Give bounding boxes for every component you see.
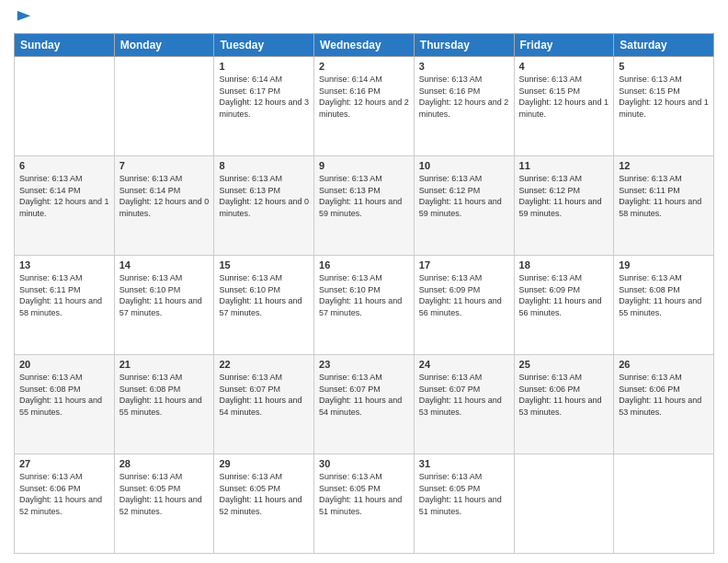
day-number: 9 [319, 160, 409, 171]
day-info: Sunrise: 6:13 AM Sunset: 6:05 PM Dayligh… [219, 471, 309, 517]
day-info: Sunrise: 6:14 AM Sunset: 6:17 PM Dayligh… [219, 74, 309, 120]
calendar-cell: 28Sunrise: 6:13 AM Sunset: 6:05 PM Dayli… [114, 454, 214, 554]
calendar-cell: 10Sunrise: 6:13 AM Sunset: 6:12 PM Dayli… [414, 156, 514, 256]
day-number: 31 [419, 458, 509, 469]
day-number: 11 [519, 160, 609, 171]
logo-flag-icon [16, 9, 32, 26]
day-info: Sunrise: 6:13 AM Sunset: 6:14 PM Dayligh… [119, 173, 210, 219]
day-number: 24 [419, 359, 509, 370]
day-header-sunday: Sunday [15, 34, 115, 57]
day-info: Sunrise: 6:13 AM Sunset: 6:07 PM Dayligh… [219, 372, 309, 418]
calendar-cell: 7Sunrise: 6:13 AM Sunset: 6:14 PM Daylig… [114, 156, 214, 256]
calendar-cell: 9Sunrise: 6:13 AM Sunset: 6:13 PM Daylig… [314, 156, 415, 256]
header [14, 9, 714, 26]
day-number: 16 [319, 259, 409, 270]
day-header-saturday: Saturday [614, 34, 714, 57]
day-number: 23 [319, 359, 409, 370]
day-info: Sunrise: 6:13 AM Sunset: 6:06 PM Dayligh… [619, 372, 709, 418]
day-header-thursday: Thursday [414, 34, 514, 57]
calendar-cell: 6Sunrise: 6:13 AM Sunset: 6:14 PM Daylig… [15, 156, 115, 256]
day-number: 4 [519, 61, 609, 72]
week-row-3: 20Sunrise: 6:13 AM Sunset: 6:08 PM Dayli… [15, 355, 714, 454]
day-info: Sunrise: 6:13 AM Sunset: 6:14 PM Dayligh… [19, 173, 109, 219]
calendar-cell [15, 57, 115, 156]
day-number: 12 [619, 160, 709, 171]
calendar-cell: 14Sunrise: 6:13 AM Sunset: 6:10 PM Dayli… [114, 256, 214, 355]
calendar-cell: 1Sunrise: 6:14 AM Sunset: 6:17 PM Daylig… [214, 57, 314, 156]
day-info: Sunrise: 6:13 AM Sunset: 6:11 PM Dayligh… [19, 272, 109, 318]
calendar-cell: 20Sunrise: 6:13 AM Sunset: 6:08 PM Dayli… [15, 355, 115, 454]
logo [14, 9, 32, 26]
logo-text [14, 9, 32, 26]
day-number: 3 [419, 61, 509, 72]
day-number: 25 [519, 359, 609, 370]
day-number: 30 [319, 458, 409, 469]
week-row-0: 1Sunrise: 6:14 AM Sunset: 6:17 PM Daylig… [15, 57, 714, 156]
calendar-cell: 21Sunrise: 6:13 AM Sunset: 6:08 PM Dayli… [114, 355, 214, 454]
day-header-wednesday: Wednesday [314, 34, 415, 57]
day-number: 8 [219, 160, 309, 171]
day-info: Sunrise: 6:13 AM Sunset: 6:12 PM Dayligh… [419, 173, 509, 219]
day-header-monday: Monday [114, 34, 214, 57]
calendar-cell: 13Sunrise: 6:13 AM Sunset: 6:11 PM Dayli… [15, 256, 115, 355]
calendar-cell: 12Sunrise: 6:13 AM Sunset: 6:11 PM Dayli… [614, 156, 714, 256]
day-number: 26 [619, 359, 709, 370]
day-info: Sunrise: 6:13 AM Sunset: 6:08 PM Dayligh… [19, 372, 109, 418]
week-row-1: 6Sunrise: 6:13 AM Sunset: 6:14 PM Daylig… [15, 156, 714, 256]
calendar-cell: 3Sunrise: 6:13 AM Sunset: 6:16 PM Daylig… [414, 57, 514, 156]
day-info: Sunrise: 6:13 AM Sunset: 6:13 PM Dayligh… [219, 173, 309, 219]
calendar-cell: 31Sunrise: 6:13 AM Sunset: 6:05 PM Dayli… [414, 454, 514, 554]
day-info: Sunrise: 6:13 AM Sunset: 6:05 PM Dayligh… [419, 471, 509, 517]
calendar-cell: 30Sunrise: 6:13 AM Sunset: 6:05 PM Dayli… [314, 454, 415, 554]
calendar-cell: 22Sunrise: 6:13 AM Sunset: 6:07 PM Dayli… [214, 355, 314, 454]
day-info: Sunrise: 6:13 AM Sunset: 6:05 PM Dayligh… [119, 471, 210, 517]
day-info: Sunrise: 6:13 AM Sunset: 6:12 PM Dayligh… [519, 173, 609, 219]
day-number: 22 [219, 359, 309, 370]
calendar-cell: 23Sunrise: 6:13 AM Sunset: 6:07 PM Dayli… [314, 355, 415, 454]
day-number: 10 [419, 160, 509, 171]
day-number: 1 [219, 61, 309, 72]
svg-marker-0 [17, 11, 30, 21]
day-info: Sunrise: 6:13 AM Sunset: 6:15 PM Dayligh… [519, 74, 609, 120]
day-number: 5 [619, 61, 709, 72]
day-number: 19 [619, 259, 709, 270]
calendar-cell: 15Sunrise: 6:13 AM Sunset: 6:10 PM Dayli… [214, 256, 314, 355]
day-info: Sunrise: 6:13 AM Sunset: 6:10 PM Dayligh… [319, 272, 409, 318]
calendar-cell: 19Sunrise: 6:13 AM Sunset: 6:08 PM Dayli… [614, 256, 714, 355]
day-header-friday: Friday [514, 34, 614, 57]
day-number: 28 [119, 458, 210, 469]
day-info: Sunrise: 6:13 AM Sunset: 6:06 PM Dayligh… [519, 372, 609, 418]
day-number: 7 [119, 160, 210, 171]
calendar-cell: 27Sunrise: 6:13 AM Sunset: 6:06 PM Dayli… [15, 454, 115, 554]
calendar-cell: 5Sunrise: 6:13 AM Sunset: 6:15 PM Daylig… [614, 57, 714, 156]
day-info: Sunrise: 6:13 AM Sunset: 6:13 PM Dayligh… [319, 173, 409, 219]
calendar-cell: 11Sunrise: 6:13 AM Sunset: 6:12 PM Dayli… [514, 156, 614, 256]
calendar-cell: 2Sunrise: 6:14 AM Sunset: 6:16 PM Daylig… [314, 57, 415, 156]
day-number: 17 [419, 259, 509, 270]
calendar-cell: 16Sunrise: 6:13 AM Sunset: 6:10 PM Dayli… [314, 256, 415, 355]
day-number: 20 [19, 359, 109, 370]
day-number: 15 [219, 259, 309, 270]
day-info: Sunrise: 6:13 AM Sunset: 6:08 PM Dayligh… [619, 272, 709, 318]
calendar-cell: 18Sunrise: 6:13 AM Sunset: 6:09 PM Dayli… [514, 256, 614, 355]
day-number: 27 [19, 458, 109, 469]
day-info: Sunrise: 6:13 AM Sunset: 6:10 PM Dayligh… [119, 272, 210, 318]
calendar-header-row: SundayMondayTuesdayWednesdayThursdayFrid… [15, 34, 714, 57]
calendar: SundayMondayTuesdayWednesdayThursdayFrid… [14, 33, 714, 554]
week-row-2: 13Sunrise: 6:13 AM Sunset: 6:11 PM Dayli… [15, 256, 714, 355]
calendar-cell: 4Sunrise: 6:13 AM Sunset: 6:15 PM Daylig… [514, 57, 614, 156]
day-info: Sunrise: 6:13 AM Sunset: 6:08 PM Dayligh… [119, 372, 210, 418]
day-header-tuesday: Tuesday [214, 34, 314, 57]
day-info: Sunrise: 6:13 AM Sunset: 6:05 PM Dayligh… [319, 471, 409, 517]
calendar-cell: 29Sunrise: 6:13 AM Sunset: 6:05 PM Dayli… [214, 454, 314, 554]
day-info: Sunrise: 6:13 AM Sunset: 6:10 PM Dayligh… [219, 272, 309, 318]
day-info: Sunrise: 6:13 AM Sunset: 6:06 PM Dayligh… [19, 471, 109, 517]
calendar-cell [614, 454, 714, 554]
day-info: Sunrise: 6:13 AM Sunset: 6:16 PM Dayligh… [419, 74, 509, 120]
day-number: 21 [119, 359, 210, 370]
day-info: Sunrise: 6:13 AM Sunset: 6:11 PM Dayligh… [619, 173, 709, 219]
calendar-cell [114, 57, 214, 156]
day-info: Sunrise: 6:13 AM Sunset: 6:09 PM Dayligh… [419, 272, 509, 318]
calendar-cell: 26Sunrise: 6:13 AM Sunset: 6:06 PM Dayli… [614, 355, 714, 454]
day-number: 14 [119, 259, 210, 270]
